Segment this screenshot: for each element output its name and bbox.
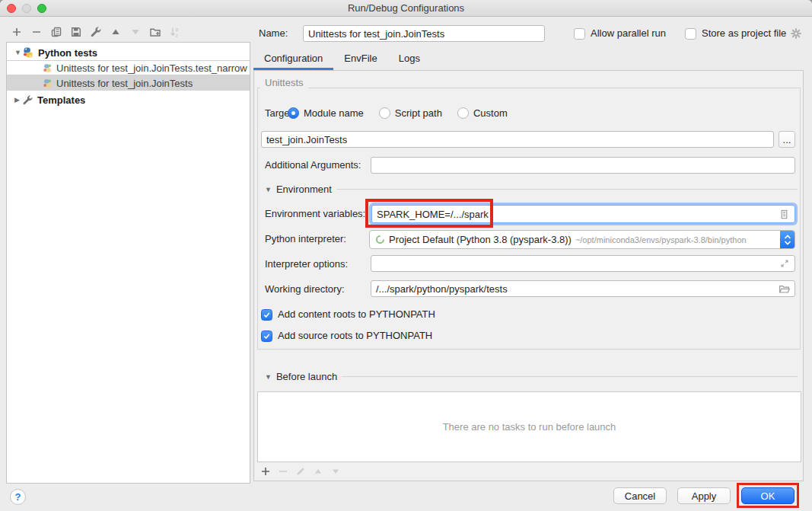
target-radio-group: Module name Script path Custom bbox=[288, 107, 508, 119]
title-bar[interactable]: Run/Debug Configurations bbox=[0, 0, 812, 17]
radio-module-name[interactable] bbox=[288, 107, 299, 119]
tree-item-label: Unittests for test_join.JoinTests.test_n… bbox=[56, 62, 247, 74]
chevron-down-icon[interactable]: ▼ bbox=[14, 49, 22, 56]
svg-text:z: z bbox=[176, 33, 178, 38]
new-folder-icon[interactable] bbox=[149, 26, 161, 38]
python-test-icon bbox=[43, 63, 53, 73]
cancel-button[interactable]: Cancel bbox=[613, 487, 667, 504]
check-icon bbox=[263, 311, 271, 319]
tab-configuration[interactable]: Configuration bbox=[253, 48, 333, 70]
configuration-tabs: Configuration EnvFile Logs bbox=[253, 48, 431, 70]
ok-button[interactable]: OK bbox=[741, 487, 794, 504]
tree-item-label: Templates bbox=[37, 94, 85, 106]
sort-alphabetically-icon: az bbox=[169, 26, 181, 38]
environment-section-title: Environment bbox=[276, 184, 332, 195]
interpreter-options-input[interactable] bbox=[371, 255, 795, 272]
gear-icon[interactable] bbox=[790, 27, 802, 40]
allow-parallel-run-checkbox[interactable] bbox=[574, 28, 585, 40]
environment-section-header[interactable]: ▼ Environment bbox=[265, 184, 798, 195]
run-debug-configurations-dialog: Run/Debug Configurations az ▼ Python tes… bbox=[0, 0, 812, 511]
chevron-right-icon[interactable]: ▶ bbox=[14, 96, 22, 104]
wrench-icon bbox=[22, 94, 33, 106]
radio-custom-label: Custom bbox=[473, 107, 508, 119]
working-directory-label: Working directory: bbox=[265, 281, 345, 298]
environment-variables-input[interactable]: SPARK_HOME=/.../spark bbox=[371, 205, 795, 223]
browse-button[interactable]: ... bbox=[779, 131, 795, 148]
chevron-down-icon[interactable]: ▼ bbox=[265, 186, 272, 193]
before-launch-tasks-list[interactable]: There are no tasks to run before launch bbox=[257, 391, 801, 462]
python-interpreter-select[interactable]: Project Default (Python 3.8 (pyspark-3.8… bbox=[369, 230, 795, 249]
remove-task-icon bbox=[277, 465, 289, 477]
environment-variables-value: SPARK_HOME=/.../spark bbox=[377, 209, 489, 220]
folder-icon[interactable] bbox=[779, 283, 790, 295]
python-interpreter-label: Python interpreter: bbox=[265, 231, 346, 248]
additional-arguments-label: Additional Arguments: bbox=[265, 157, 361, 174]
add-source-roots-checkbox[interactable] bbox=[261, 331, 272, 342]
working-directory-input[interactable]: /.../spark/python/pyspark/tests bbox=[371, 280, 795, 297]
tree-item-templates[interactable]: ▶ Templates bbox=[7, 92, 250, 107]
add-task-icon[interactable] bbox=[260, 465, 272, 477]
chevron-up-down-icon[interactable] bbox=[780, 231, 794, 248]
name-label: Name: bbox=[259, 25, 288, 42]
store-as-project-file-checkbox[interactable] bbox=[685, 28, 696, 40]
configurations-tree: ▼ Python tests ▼ Unittests for test_join… bbox=[6, 42, 250, 484]
move-up-icon[interactable] bbox=[110, 26, 122, 38]
expand-field-icon[interactable] bbox=[779, 258, 790, 269]
interpreter-env-icon bbox=[375, 235, 385, 244]
remove-icon[interactable] bbox=[30, 26, 43, 38]
tree-item-unittests-test-narrow[interactable]: ▼ Unittests for test_join.JoinTests.test… bbox=[7, 60, 250, 75]
working-directory-value: /.../spark/python/pyspark/tests bbox=[376, 283, 508, 295]
add-content-roots-label: Add content roots to PYTHONPATH bbox=[278, 308, 435, 321]
edit-templates-wrench-icon[interactable] bbox=[90, 26, 102, 38]
python-icon bbox=[22, 46, 34, 59]
tree-item-label: Python tests bbox=[38, 47, 97, 59]
store-as-project-file-label: Store as project file bbox=[702, 27, 786, 40]
tab-label: Configuration bbox=[264, 53, 323, 64]
before-launch-title: Before launch bbox=[276, 371, 337, 382]
configuration-panel: Unittests Target: Module name Script pat… bbox=[253, 70, 804, 481]
module-name-input[interactable] bbox=[261, 131, 774, 148]
help-button[interactable]: ? bbox=[10, 489, 26, 505]
task-up-icon bbox=[312, 465, 324, 477]
radio-script-path[interactable] bbox=[379, 107, 390, 119]
svg-text:a: a bbox=[176, 27, 179, 32]
tree-item-unittests-jointests-selected[interactable]: ▼ Unittests for test_join.JoinTests bbox=[7, 75, 250, 91]
unittests-group-title: Unittests bbox=[260, 77, 308, 88]
python-test-icon bbox=[43, 78, 53, 88]
browse-variables-icon[interactable] bbox=[779, 209, 790, 220]
help-label: ? bbox=[15, 491, 21, 503]
tab-label: Logs bbox=[399, 53, 420, 64]
check-icon bbox=[263, 332, 271, 340]
tree-item-python-tests[interactable]: ▼ Python tests bbox=[7, 45, 250, 60]
additional-arguments-input[interactable] bbox=[371, 157, 795, 174]
window-title: Run/Debug Configurations bbox=[0, 2, 812, 14]
configurations-toolbar: az bbox=[6, 24, 181, 40]
section-rule bbox=[342, 376, 798, 377]
section-rule bbox=[336, 189, 798, 190]
radio-module-name-label: Module name bbox=[304, 107, 364, 119]
no-tasks-text: There are no tasks to run before launch bbox=[443, 421, 616, 433]
python-interpreter-value: Project Default (Python 3.8 (pyspark-3.8… bbox=[389, 234, 572, 245]
before-launch-section-header[interactable]: ▼ Before launch bbox=[265, 371, 798, 382]
environment-variables-label: Environment variables: bbox=[265, 206, 365, 222]
tree-item-label: Unittests for test_join.JoinTests bbox=[56, 78, 193, 89]
tab-label: EnvFile bbox=[344, 53, 377, 64]
add-content-roots-checkbox[interactable] bbox=[261, 309, 272, 321]
apply-button[interactable]: Apply bbox=[677, 487, 731, 504]
task-down-icon bbox=[330, 465, 342, 477]
radio-custom[interactable] bbox=[457, 107, 469, 119]
tab-logs[interactable]: Logs bbox=[388, 48, 431, 70]
save-icon[interactable] bbox=[70, 26, 82, 38]
edit-task-pencil-icon bbox=[295, 465, 307, 477]
chevron-down-icon[interactable]: ▼ bbox=[265, 373, 272, 381]
add-icon[interactable] bbox=[11, 26, 23, 38]
tab-envfile[interactable]: EnvFile bbox=[333, 48, 387, 70]
interpreter-options-label: Interpreter options: bbox=[265, 256, 348, 273]
add-source-roots-label: Add source roots to PYTHONPATH bbox=[278, 330, 432, 342]
copy-icon[interactable] bbox=[50, 26, 62, 38]
python-interpreter-path: ~/opt/miniconda3/envs/pyspark-3.8/bin/py… bbox=[575, 235, 780, 244]
name-input[interactable] bbox=[303, 25, 545, 42]
move-down-icon bbox=[129, 26, 142, 38]
before-launch-toolbar bbox=[260, 465, 342, 477]
radio-script-path-label: Script path bbox=[395, 107, 442, 119]
